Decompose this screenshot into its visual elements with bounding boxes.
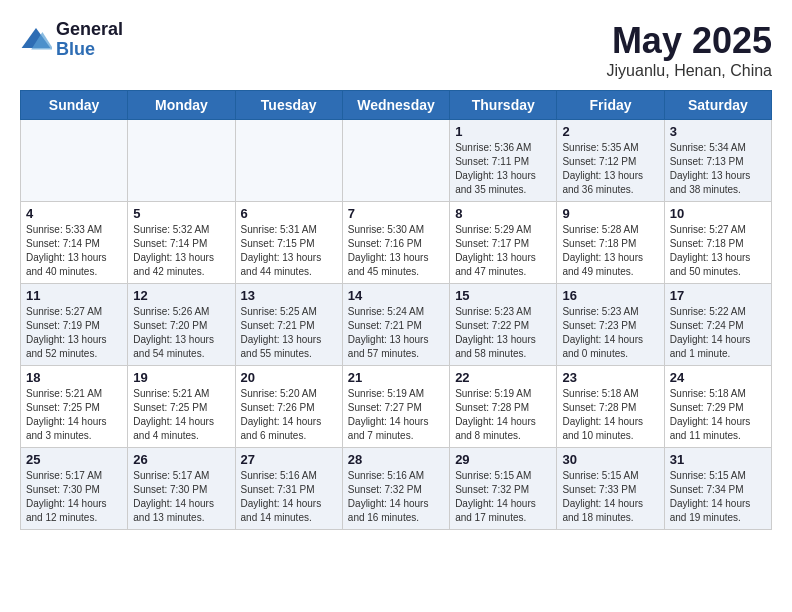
calendar-cell: 23Sunrise: 5:18 AM Sunset: 7:28 PM Dayli… xyxy=(557,366,664,448)
calendar-cell: 30Sunrise: 5:15 AM Sunset: 7:33 PM Dayli… xyxy=(557,448,664,530)
logo-blue-text: Blue xyxy=(56,40,123,60)
day-number: 20 xyxy=(241,370,337,385)
col-tuesday: Tuesday xyxy=(235,91,342,120)
week-row-4: 18Sunrise: 5:21 AM Sunset: 7:25 PM Dayli… xyxy=(21,366,772,448)
calendar-cell: 4Sunrise: 5:33 AM Sunset: 7:14 PM Daylig… xyxy=(21,202,128,284)
calendar-cell: 12Sunrise: 5:26 AM Sunset: 7:20 PM Dayli… xyxy=(128,284,235,366)
day-info: Sunrise: 5:28 AM Sunset: 7:18 PM Dayligh… xyxy=(562,223,658,279)
calendar-cell xyxy=(21,120,128,202)
calendar-body: 1Sunrise: 5:36 AM Sunset: 7:11 PM Daylig… xyxy=(21,120,772,530)
calendar-cell xyxy=(342,120,449,202)
day-info: Sunrise: 5:17 AM Sunset: 7:30 PM Dayligh… xyxy=(26,469,122,525)
calendar-cell: 7Sunrise: 5:30 AM Sunset: 7:16 PM Daylig… xyxy=(342,202,449,284)
day-info: Sunrise: 5:16 AM Sunset: 7:32 PM Dayligh… xyxy=(348,469,444,525)
calendar-cell: 20Sunrise: 5:20 AM Sunset: 7:26 PM Dayli… xyxy=(235,366,342,448)
day-info: Sunrise: 5:17 AM Sunset: 7:30 PM Dayligh… xyxy=(133,469,229,525)
day-info: Sunrise: 5:36 AM Sunset: 7:11 PM Dayligh… xyxy=(455,141,551,197)
day-number: 21 xyxy=(348,370,444,385)
day-number: 27 xyxy=(241,452,337,467)
day-number: 8 xyxy=(455,206,551,221)
calendar-cell: 29Sunrise: 5:15 AM Sunset: 7:32 PM Dayli… xyxy=(450,448,557,530)
col-friday: Friday xyxy=(557,91,664,120)
col-thursday: Thursday xyxy=(450,91,557,120)
day-info: Sunrise: 5:18 AM Sunset: 7:28 PM Dayligh… xyxy=(562,387,658,443)
calendar-cell: 17Sunrise: 5:22 AM Sunset: 7:24 PM Dayli… xyxy=(664,284,771,366)
week-row-3: 11Sunrise: 5:27 AM Sunset: 7:19 PM Dayli… xyxy=(21,284,772,366)
calendar-cell: 28Sunrise: 5:16 AM Sunset: 7:32 PM Dayli… xyxy=(342,448,449,530)
day-info: Sunrise: 5:15 AM Sunset: 7:32 PM Dayligh… xyxy=(455,469,551,525)
day-info: Sunrise: 5:24 AM Sunset: 7:21 PM Dayligh… xyxy=(348,305,444,361)
logo-general: General xyxy=(56,20,123,40)
calendar-cell: 1Sunrise: 5:36 AM Sunset: 7:11 PM Daylig… xyxy=(450,120,557,202)
calendar-cell: 16Sunrise: 5:23 AM Sunset: 7:23 PM Dayli… xyxy=(557,284,664,366)
day-number: 6 xyxy=(241,206,337,221)
logo: General Blue xyxy=(20,20,123,60)
day-info: Sunrise: 5:27 AM Sunset: 7:18 PM Dayligh… xyxy=(670,223,766,279)
col-sunday: Sunday xyxy=(21,91,128,120)
calendar-cell: 13Sunrise: 5:25 AM Sunset: 7:21 PM Dayli… xyxy=(235,284,342,366)
calendar-cell: 24Sunrise: 5:18 AM Sunset: 7:29 PM Dayli… xyxy=(664,366,771,448)
calendar-cell xyxy=(128,120,235,202)
day-number: 12 xyxy=(133,288,229,303)
day-info: Sunrise: 5:32 AM Sunset: 7:14 PM Dayligh… xyxy=(133,223,229,279)
page: General Blue May 2025 Jiyuanlu, Henan, C… xyxy=(0,0,792,550)
calendar-cell: 10Sunrise: 5:27 AM Sunset: 7:18 PM Dayli… xyxy=(664,202,771,284)
day-info: Sunrise: 5:23 AM Sunset: 7:22 PM Dayligh… xyxy=(455,305,551,361)
title-block: May 2025 Jiyuanlu, Henan, China xyxy=(607,20,772,80)
calendar-cell xyxy=(235,120,342,202)
calendar-cell: 18Sunrise: 5:21 AM Sunset: 7:25 PM Dayli… xyxy=(21,366,128,448)
col-saturday: Saturday xyxy=(664,91,771,120)
header-row: Sunday Monday Tuesday Wednesday Thursday… xyxy=(21,91,772,120)
day-info: Sunrise: 5:35 AM Sunset: 7:12 PM Dayligh… xyxy=(562,141,658,197)
day-info: Sunrise: 5:19 AM Sunset: 7:27 PM Dayligh… xyxy=(348,387,444,443)
calendar-cell: 26Sunrise: 5:17 AM Sunset: 7:30 PM Dayli… xyxy=(128,448,235,530)
calendar-cell: 6Sunrise: 5:31 AM Sunset: 7:15 PM Daylig… xyxy=(235,202,342,284)
day-info: Sunrise: 5:16 AM Sunset: 7:31 PM Dayligh… xyxy=(241,469,337,525)
day-number: 25 xyxy=(26,452,122,467)
day-number: 1 xyxy=(455,124,551,139)
day-number: 31 xyxy=(670,452,766,467)
day-number: 26 xyxy=(133,452,229,467)
day-info: Sunrise: 5:30 AM Sunset: 7:16 PM Dayligh… xyxy=(348,223,444,279)
calendar-cell: 22Sunrise: 5:19 AM Sunset: 7:28 PM Dayli… xyxy=(450,366,557,448)
calendar-table: Sunday Monday Tuesday Wednesday Thursday… xyxy=(20,90,772,530)
week-row-1: 1Sunrise: 5:36 AM Sunset: 7:11 PM Daylig… xyxy=(21,120,772,202)
day-info: Sunrise: 5:29 AM Sunset: 7:17 PM Dayligh… xyxy=(455,223,551,279)
day-number: 16 xyxy=(562,288,658,303)
day-info: Sunrise: 5:21 AM Sunset: 7:25 PM Dayligh… xyxy=(26,387,122,443)
calendar-cell: 2Sunrise: 5:35 AM Sunset: 7:12 PM Daylig… xyxy=(557,120,664,202)
logo-text: General Blue xyxy=(56,20,123,60)
calendar-cell: 27Sunrise: 5:16 AM Sunset: 7:31 PM Dayli… xyxy=(235,448,342,530)
day-number: 15 xyxy=(455,288,551,303)
calendar-title: May 2025 xyxy=(607,20,772,62)
calendar-cell: 19Sunrise: 5:21 AM Sunset: 7:25 PM Dayli… xyxy=(128,366,235,448)
day-info: Sunrise: 5:31 AM Sunset: 7:15 PM Dayligh… xyxy=(241,223,337,279)
day-info: Sunrise: 5:34 AM Sunset: 7:13 PM Dayligh… xyxy=(670,141,766,197)
col-monday: Monday xyxy=(128,91,235,120)
col-wednesday: Wednesday xyxy=(342,91,449,120)
day-number: 19 xyxy=(133,370,229,385)
day-number: 10 xyxy=(670,206,766,221)
calendar-cell: 5Sunrise: 5:32 AM Sunset: 7:14 PM Daylig… xyxy=(128,202,235,284)
calendar-subtitle: Jiyuanlu, Henan, China xyxy=(607,62,772,80)
calendar-cell: 25Sunrise: 5:17 AM Sunset: 7:30 PM Dayli… xyxy=(21,448,128,530)
calendar-cell: 3Sunrise: 5:34 AM Sunset: 7:13 PM Daylig… xyxy=(664,120,771,202)
header: General Blue May 2025 Jiyuanlu, Henan, C… xyxy=(20,20,772,80)
day-info: Sunrise: 5:20 AM Sunset: 7:26 PM Dayligh… xyxy=(241,387,337,443)
day-number: 2 xyxy=(562,124,658,139)
day-number: 11 xyxy=(26,288,122,303)
logo-icon xyxy=(20,24,52,56)
day-number: 28 xyxy=(348,452,444,467)
calendar-cell: 21Sunrise: 5:19 AM Sunset: 7:27 PM Dayli… xyxy=(342,366,449,448)
calendar-cell: 9Sunrise: 5:28 AM Sunset: 7:18 PM Daylig… xyxy=(557,202,664,284)
day-number: 30 xyxy=(562,452,658,467)
day-info: Sunrise: 5:25 AM Sunset: 7:21 PM Dayligh… xyxy=(241,305,337,361)
calendar-header: Sunday Monday Tuesday Wednesday Thursday… xyxy=(21,91,772,120)
week-row-5: 25Sunrise: 5:17 AM Sunset: 7:30 PM Dayli… xyxy=(21,448,772,530)
day-number: 7 xyxy=(348,206,444,221)
day-number: 17 xyxy=(670,288,766,303)
calendar-cell: 15Sunrise: 5:23 AM Sunset: 7:22 PM Dayli… xyxy=(450,284,557,366)
day-number: 13 xyxy=(241,288,337,303)
day-info: Sunrise: 5:27 AM Sunset: 7:19 PM Dayligh… xyxy=(26,305,122,361)
day-number: 9 xyxy=(562,206,658,221)
